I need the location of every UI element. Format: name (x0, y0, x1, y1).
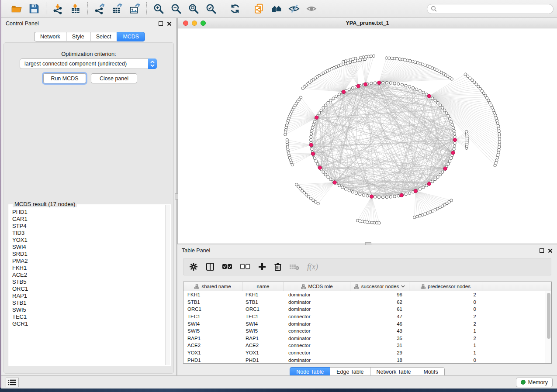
table-cell[interactable]: ORC1 (183, 306, 242, 312)
table-cell[interactable]: 0 (409, 299, 482, 305)
table-cell[interactable]: PHD1 (242, 358, 284, 363)
zoom-selected-button[interactable] (204, 2, 218, 15)
table-row[interactable]: FKH1FKH1dominator962 (183, 291, 546, 299)
delete-table-button[interactable] (289, 263, 300, 270)
mcds-result-item[interactable]: STB5 (12, 279, 165, 285)
table-cell[interactable]: 1 (409, 350, 482, 355)
table-cell[interactable]: SWI4 (242, 321, 284, 327)
table-cell[interactable]: 43 (350, 328, 409, 334)
table-row[interactable]: ACE2ACE2connector311 (183, 342, 546, 349)
hide-selected-button[interactable] (287, 2, 301, 15)
table-cell[interactable]: 18 (350, 358, 409, 363)
table-cell[interactable]: 1 (409, 328, 482, 334)
table-row[interactable]: RAP1RAP1dominator352 (183, 335, 546, 342)
column-header-predecessor-nodes[interactable]: predecessor nodes (409, 282, 482, 291)
mcds-result-item[interactable]: TEC1 (12, 313, 165, 320)
column-header-successor-nodes[interactable]: successor nodes (350, 282, 409, 291)
tab-style[interactable]: Style (66, 32, 90, 41)
column-header-shared-name[interactable]: shared name (183, 282, 242, 291)
table-cell[interactable]: 46 (350, 321, 409, 327)
table-cell[interactable]: SWI4 (183, 321, 242, 327)
table-cell[interactable]: dominator (284, 336, 350, 341)
mcds-result-item[interactable]: SWI5 (12, 306, 165, 313)
task-history-button[interactable] (6, 378, 19, 387)
table-cell[interactable]: connector (284, 343, 350, 348)
show-columns-button[interactable] (206, 262, 214, 271)
mcds-result-item[interactable]: STB1 (12, 299, 165, 306)
table-cell[interactable]: YOX1 (242, 350, 284, 355)
zoom-out-button[interactable] (170, 2, 183, 15)
mcds-result-item[interactable]: STP4 (12, 223, 165, 230)
table-cell[interactable]: ACE2 (183, 343, 242, 348)
table-row[interactable]: YOX1YOX1connector291 (183, 349, 546, 357)
mcds-result-item[interactable]: RAP1 (12, 292, 165, 299)
table-cell[interactable]: dominator (284, 358, 350, 363)
save-session-button[interactable] (28, 2, 41, 15)
table-cell[interactable]: dominator (284, 306, 350, 312)
table-cell[interactable]: 61 (350, 306, 409, 312)
clone-network-button[interactable] (253, 2, 266, 15)
column-header-mcds-role[interactable]: MCDS role (284, 282, 350, 291)
optimization-criterion-select[interactable]: largest connected component (undirected) (20, 58, 157, 69)
first-neighbors-button[interactable] (270, 2, 283, 15)
table-cell[interactable]: connector (284, 314, 350, 319)
mcds-result-item[interactable]: TID3 (12, 230, 165, 237)
table-cell[interactable]: STB1 (242, 299, 284, 305)
table-cell[interactable]: RAP1 (183, 336, 242, 341)
table-cell[interactable]: ACE2 (242, 343, 284, 348)
table-cell[interactable]: 0 (409, 306, 482, 312)
import-network-button[interactable] (52, 2, 65, 15)
table-row[interactable]: SWI4SWI4dominator462 (183, 320, 546, 327)
table-cell[interactable]: TEC1 (242, 314, 284, 319)
mcds-result-item[interactable]: FKH1 (12, 265, 165, 272)
table-cell[interactable]: dominator (284, 299, 350, 305)
zoom-fit-button[interactable] (187, 2, 200, 15)
network-canvas[interactable] (178, 28, 557, 244)
table-cell[interactable]: 96 (350, 292, 409, 297)
mcds-result-item[interactable]: ORC1 (12, 285, 165, 292)
table-cell[interactable]: 35 (350, 336, 409, 341)
open-session-button[interactable] (10, 2, 23, 15)
run-mcds-button[interactable]: Run MCDS (43, 73, 86, 83)
refresh-view-button[interactable] (228, 2, 242, 15)
add-row-button[interactable] (258, 262, 266, 271)
node-table-body[interactable]: FKH1FKH1dominator962STB1STB1dominator620… (183, 291, 546, 363)
mcds-result-item[interactable]: SRD1 (12, 251, 165, 258)
float-panel-icon[interactable] (540, 248, 544, 253)
table-row[interactable]: PHD1PHD1dominator180 (183, 356, 546, 363)
table-cell[interactable]: SWI5 (183, 328, 242, 334)
tab-network[interactable]: Network (34, 32, 66, 41)
table-cell[interactable]: PHD1 (183, 358, 242, 363)
network-graph[interactable] (178, 28, 557, 244)
mcds-result-item[interactable]: SWI4 (12, 244, 165, 251)
mcds-result-list[interactable]: PHD1CAR1STP4TID3YOX1SWI4SRD1PMA2FKH1ACE2… (9, 205, 165, 365)
float-panel-icon[interactable] (159, 21, 163, 26)
deselect-all-button[interactable] (240, 264, 250, 270)
table-cell[interactable]: 2 (409, 321, 482, 327)
table-cell[interactable]: 2 (409, 314, 482, 319)
table-row[interactable]: ORC1ORC1dominator610 (183, 306, 546, 313)
table-row[interactable]: STB1STB1dominator620 (183, 299, 546, 306)
table-row[interactable]: TEC1TEC1connector472 (183, 313, 546, 320)
table-cell[interactable]: 62 (350, 299, 409, 305)
table-cell[interactable]: 2 (409, 336, 482, 341)
import-table-button[interactable] (69, 2, 82, 15)
table-vertical-scrollbar[interactable] (546, 291, 551, 363)
table-cell[interactable]: 31 (350, 343, 409, 348)
table-cell[interactable]: 29 (350, 350, 409, 355)
table-cell[interactable]: dominator (284, 292, 350, 297)
memory-button[interactable]: Memory (516, 378, 553, 387)
delete-rows-button[interactable] (274, 262, 282, 271)
table-cell[interactable]: FKH1 (242, 292, 284, 297)
mcds-result-item[interactable]: CAR1 (12, 216, 165, 223)
tab-select[interactable]: Select (90, 32, 117, 41)
tab-mcds[interactable]: MCDS (117, 32, 145, 41)
result-list-scrollbar[interactable] (165, 205, 170, 365)
table-cell[interactable]: SWI5 (242, 328, 284, 334)
close-panel-button[interactable]: Close panel (91, 73, 137, 83)
close-panel-icon[interactable] (167, 21, 172, 26)
show-all-button[interactable] (305, 2, 318, 15)
scrollbar-thumb[interactable] (547, 293, 550, 339)
mcds-result-item[interactable]: YOX1 (12, 237, 165, 244)
zoom-in-button[interactable] (152, 2, 165, 15)
